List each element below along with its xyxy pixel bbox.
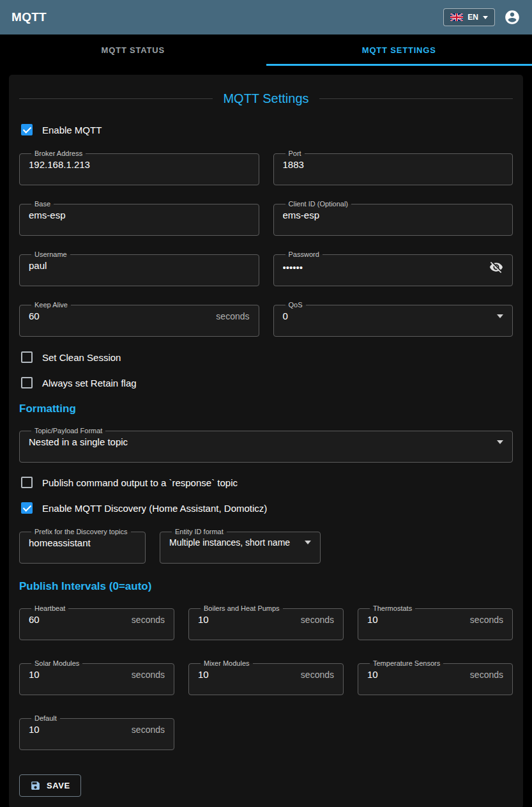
checkbox-label: Always set Retain flag: [42, 378, 137, 388]
port-label: Port: [285, 150, 305, 157]
base-input[interactable]: [29, 210, 250, 220]
checkbox-label: Set Clean Session: [42, 352, 121, 363]
topic-format-select[interactable]: Topic/Payload Format Nested in a single …: [19, 427, 513, 463]
keep-alive-suffix: seconds: [216, 311, 249, 321]
boilers-interval-input[interactable]: [198, 614, 296, 625]
qos-value: 0: [283, 311, 288, 321]
default-interval-input[interactable]: [29, 724, 126, 735]
interval-label: Thermostats: [370, 604, 415, 612]
boilers-interval-field[interactable]: Boilers and Heat Pumps seconds: [188, 604, 344, 640]
client-id-field[interactable]: Client ID (Optional): [273, 200, 513, 236]
base-field[interactable]: Base: [19, 200, 259, 236]
port-field[interactable]: Port: [273, 150, 513, 185]
chevron-down-icon: [483, 16, 488, 19]
intervals-grid: Heartbeat seconds Boilers and Heat Pumps…: [19, 604, 513, 750]
tab-mqtt-settings[interactable]: MQTT SETTINGS: [266, 35, 532, 66]
keep-alive-label: Keep Alive: [31, 301, 71, 309]
interval-suffix: seconds: [301, 615, 334, 625]
thermostats-interval-input[interactable]: [367, 614, 465, 625]
interval-label: Heartbeat: [31, 604, 68, 612]
heartbeat-interval-field[interactable]: Heartbeat seconds: [19, 604, 174, 640]
save-button-label: SAVE: [47, 781, 70, 790]
broker-address-label: Broker Address: [31, 150, 86, 157]
discovery-prefix-field[interactable]: Prefix for the Discovery topics: [19, 528, 146, 564]
interval-suffix: seconds: [470, 670, 503, 680]
visibility-off-icon[interactable]: [489, 260, 503, 274]
broker-address-input[interactable]: [29, 159, 250, 170]
interval-suffix: seconds: [132, 725, 165, 735]
language-label: EN: [467, 13, 478, 22]
checkbox-mqtt-discovery[interactable]: Enable MQTT Discovery (Home Assistant, D…: [19, 502, 513, 514]
topic-format-value: Nested in a single topic: [29, 436, 128, 447]
connection-fields: Broker Address Port Base Client ID (Opti…: [19, 150, 513, 337]
header-actions: EN: [443, 8, 521, 26]
app-title: MQTT: [11, 10, 47, 24]
entity-id-format-value: Multiple instances, short name: [169, 537, 290, 548]
interval-label: Temperature Sensors: [370, 659, 443, 667]
interval-label: Boilers and Heat Pumps: [201, 604, 283, 612]
default-interval-field[interactable]: Default seconds: [19, 714, 174, 750]
heartbeat-interval-input[interactable]: [29, 614, 126, 625]
discovery-prefix-input[interactable]: [29, 537, 136, 548]
base-label: Base: [31, 200, 54, 208]
temperature-interval-input[interactable]: [367, 669, 465, 680]
checkbox-clean-session[interactable]: Set Clean Session: [19, 351, 513, 363]
mixer-interval-input[interactable]: [198, 669, 296, 680]
broker-address-field[interactable]: Broker Address: [19, 150, 259, 185]
username-field[interactable]: Username: [19, 250, 259, 286]
interval-suffix: seconds: [301, 670, 334, 680]
checkbox-retain-flag[interactable]: Always set Retain flag: [19, 377, 513, 388]
dropdown-arrow-icon: [497, 440, 503, 444]
solar-interval-field[interactable]: Solar Modules seconds: [19, 659, 174, 695]
account-circle-icon[interactable]: [504, 9, 521, 26]
interval-label: Default: [31, 714, 60, 722]
keep-alive-input[interactable]: [29, 311, 211, 321]
entity-id-format-select[interactable]: Entity ID format Multiple instances, sho…: [160, 528, 321, 564]
interval-suffix: seconds: [470, 615, 503, 625]
temperature-interval-field[interactable]: Temperature Sensors seconds: [358, 659, 513, 695]
qos-select[interactable]: QoS 0: [273, 301, 513, 337]
password-label: Password: [285, 250, 323, 258]
interval-label: Solar Modules: [31, 659, 82, 667]
password-input[interactable]: [283, 262, 483, 273]
checkbox-publish-response[interactable]: Publish command output to a `response` t…: [19, 477, 513, 488]
checkbox-label: Enable MQTT: [42, 125, 102, 135]
thermostats-interval-field[interactable]: Thermostats seconds: [358, 604, 513, 640]
interval-suffix: seconds: [132, 615, 165, 625]
interval-suffix: seconds: [132, 670, 165, 680]
checkbox-checked-icon: [21, 502, 33, 514]
tab-bar: MQTT STATUS MQTT SETTINGS: [0, 35, 532, 66]
keep-alive-field[interactable]: Keep Alive seconds: [19, 301, 259, 337]
username-label: Username: [31, 250, 70, 258]
qos-label: QoS: [285, 301, 306, 309]
tab-mqtt-status[interactable]: MQTT STATUS: [0, 35, 266, 66]
interval-label: Mixer Modules: [201, 659, 253, 667]
discovery-fields: Prefix for the Discovery topics Entity I…: [19, 528, 513, 564]
formatting-heading: Formatting: [19, 403, 513, 415]
checkbox-label: Enable MQTT Discovery (Home Assistant, D…: [42, 503, 267, 514]
password-field[interactable]: Password: [273, 250, 513, 286]
checkbox-unchecked-icon: [21, 477, 33, 488]
username-input[interactable]: [29, 260, 250, 271]
checkbox-label: Publish command output to a `response` t…: [42, 477, 238, 488]
checkbox-unchecked-icon: [21, 377, 33, 388]
page-title: MQTT Settings: [19, 91, 513, 106]
save-button[interactable]: SAVE: [19, 774, 81, 797]
language-selector-button[interactable]: EN: [443, 8, 495, 26]
checkbox-unchecked-icon: [21, 351, 33, 363]
dropdown-arrow-icon: [497, 314, 503, 318]
port-input[interactable]: [283, 159, 504, 170]
solar-interval-input[interactable]: [29, 669, 126, 680]
dropdown-arrow-icon: [305, 541, 311, 544]
checkbox-enable-mqtt[interactable]: Enable MQTT: [19, 124, 513, 135]
client-id-input[interactable]: [283, 210, 504, 220]
mixer-interval-field[interactable]: Mixer Modules seconds: [188, 659, 344, 695]
app-header: MQTT EN: [0, 0, 532, 35]
checkbox-checked-icon: [21, 124, 33, 135]
topic-format-label: Topic/Payload Format: [31, 427, 105, 434]
publish-intervals-heading: Publish Intervals (0=auto): [19, 580, 513, 593]
client-id-label: Client ID (Optional): [285, 200, 352, 208]
entity-id-format-label: Entity ID format: [172, 528, 227, 535]
settings-card: MQTT Settings Enable MQTT Broker Address…: [9, 75, 523, 807]
page-title-text: MQTT Settings: [223, 91, 308, 106]
